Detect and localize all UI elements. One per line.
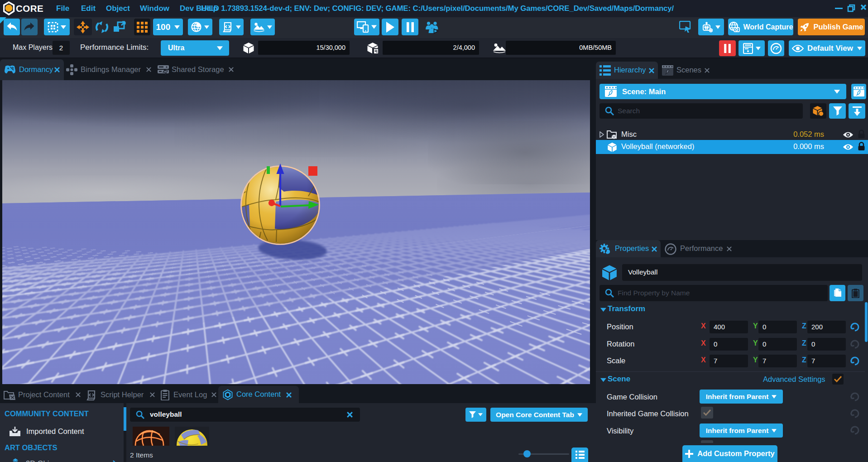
svg-text:CORE: CORE <box>16 3 43 14</box>
